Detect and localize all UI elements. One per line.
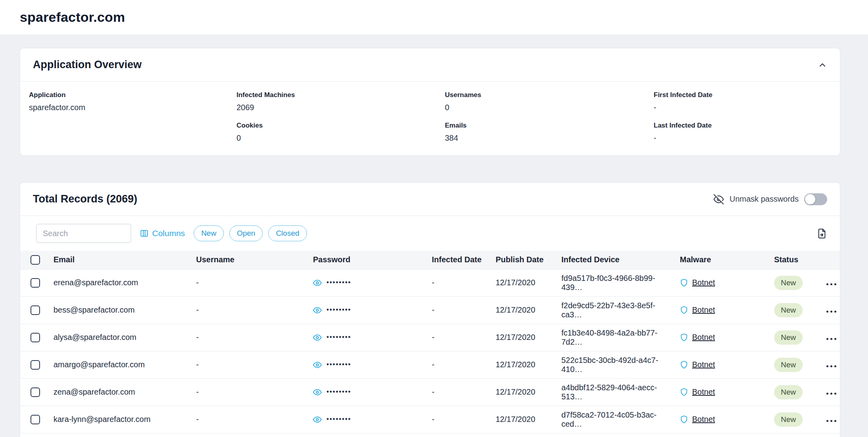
unmask-passwords-toggle[interactable] [804,193,827,205]
overview-grid: Application sparefactor.com Infected Mac… [20,82,840,155]
search-input[interactable] [36,224,131,243]
infected-date-cell: - [423,351,487,378]
export-button[interactable] [816,228,827,239]
overview-field-usernames: Usernames 0 [445,91,654,112]
reveal-password-button[interactable] [313,333,322,342]
column-header-malware: Malware [671,251,765,269]
row-checkbox[interactable] [31,415,40,424]
row-checkbox-cell [20,433,45,437]
table-row: amargo@sparefactor.com - •••••••• - 12/1… [20,351,840,378]
status-badge: New [774,412,803,427]
malware-link[interactable]: Botnet [692,415,715,424]
select-all-cell [20,251,45,269]
username-cell: - [187,378,304,406]
malware-link[interactable]: Botnet [692,305,715,315]
publish-date-cell: 12/17/2020 [487,351,553,378]
shield-icon [680,279,688,287]
row-actions-button[interactable] [826,308,837,315]
overview-grid-spacer [29,122,237,143]
column-header-username: Username [187,251,304,269]
eye-icon [313,415,322,424]
column-header-publish-date: Publish Date [487,251,553,269]
row-checkbox[interactable] [31,278,40,288]
infected-date-cell: - [423,269,487,296]
filter-chip-open[interactable]: Open [229,225,263,241]
publish-date-cell: 12/17/2020 [487,406,553,433]
status-badge: New [774,385,803,399]
table-row: papagena@sparefactor.com - •••••••• - 12… [20,433,840,437]
email-cell: kara-lynn@sparefactor.com [45,406,187,433]
overview-card-header: Application Overview [20,48,840,81]
filter-chip-closed[interactable]: Closed [268,225,307,241]
password-cell: •••••••• [304,324,423,351]
records-toolbar: Columns New Open Closed [20,216,840,251]
row-actions-button[interactable] [826,418,837,424]
overview-field-application: Application sparefactor.com [29,91,237,112]
malware-link[interactable]: Botnet [692,387,715,397]
overview-field-cookies: Cookies 0 [237,122,445,143]
records-card-header: Total Records (2069) Unmask passwords [20,183,840,216]
malware-link[interactable]: Botnet [692,333,715,342]
row-checkbox[interactable] [31,305,40,315]
shield-icon [680,415,688,424]
site-title: sparefactor.com [20,10,125,25]
masked-password: •••••••• [326,279,351,287]
malware-cell: Botnet [671,433,765,437]
reveal-password-button[interactable] [313,361,322,369]
username-cell: - [187,433,304,437]
select-all-checkbox[interactable] [31,255,40,265]
email-cell: alysa@sparefactor.com [45,324,187,351]
row-checkbox-cell [20,378,45,406]
email-cell: bess@sparefactor.com [45,296,187,324]
toggle-knob [805,194,815,204]
password-cell: •••••••• [304,378,423,406]
total-records-card: Total Records (2069) Unmask passwords Co… [20,182,840,437]
table-header-row: Email Username Password Infected Date Pu… [20,251,840,269]
actions-cell [817,406,840,433]
collapse-button[interactable] [818,60,827,70]
shield-icon [680,306,688,314]
malware-cell: Botnet [671,378,765,406]
table-row: zena@sparefactor.com - •••••••• - 12/17/… [20,378,840,406]
malware-cell: Botnet [671,351,765,378]
table-row: alysa@sparefactor.com - •••••••• - 12/17… [20,324,840,351]
eye-icon [313,279,322,287]
masked-password: •••••••• [326,333,351,342]
reveal-password-button[interactable] [313,279,322,287]
row-actions-button[interactable] [826,363,837,370]
infected-device-cell: fd9a517b-f0c3-4966-8b99-439… [553,269,671,296]
app-header: sparefactor.com [0,0,868,35]
malware-cell: Botnet [671,324,765,351]
columns-button[interactable]: Columns [140,229,185,238]
row-checkbox-cell [20,351,45,378]
row-actions-button[interactable] [826,336,837,342]
reveal-password-button[interactable] [313,306,322,315]
shield-icon [680,388,688,396]
filter-chip-new[interactable]: New [194,225,224,241]
infected-device-cell: f2de9cd5-22b7-43e3-8e5f-ca3… [553,296,671,324]
email-cell: erena@sparefactor.com [45,269,187,296]
status-cell: New [765,296,817,324]
row-checkbox[interactable] [31,387,40,397]
email-cell: papagena@sparefactor.com [45,433,187,437]
row-actions-button[interactable] [826,390,837,397]
malware-link[interactable]: Botnet [692,278,715,287]
email-cell: zena@sparefactor.com [45,378,187,406]
table-body: erena@sparefactor.com - •••••••• - 12/17… [20,269,840,437]
password-cell: •••••••• [304,433,423,437]
table-row: bess@sparefactor.com - •••••••• - 12/17/… [20,296,840,324]
reveal-password-button[interactable] [313,415,322,424]
row-actions-button[interactable] [826,281,837,288]
eye-icon [313,388,322,397]
status-badge: New [774,330,803,345]
malware-link[interactable]: Botnet [692,360,715,369]
infected-date-cell: - [423,296,487,324]
reveal-password-button[interactable] [313,388,322,397]
status-badge: New [774,358,803,372]
publish-date-cell: 12/17/2020 [487,296,553,324]
email-cell: amargo@sparefactor.com [45,351,187,378]
actions-cell [817,296,840,324]
row-checkbox-cell [20,406,45,433]
row-checkbox[interactable] [31,360,40,370]
row-checkbox[interactable] [31,333,40,342]
